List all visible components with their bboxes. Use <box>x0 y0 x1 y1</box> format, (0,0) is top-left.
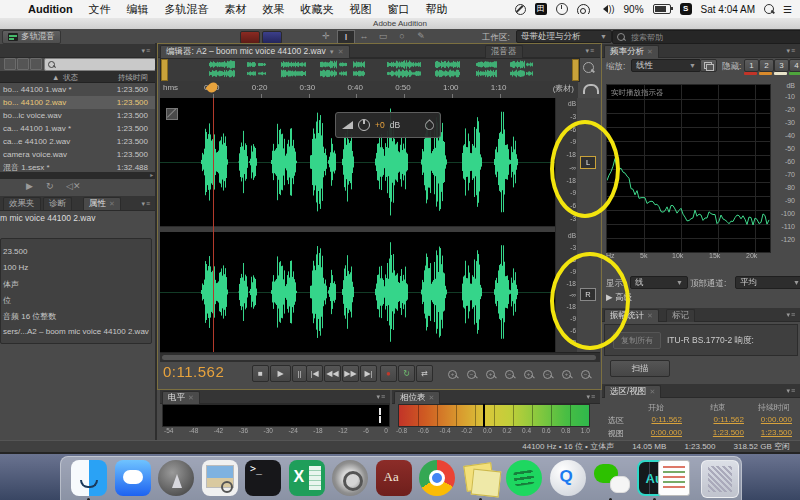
editor-hscrollbar[interactable] <box>160 352 600 362</box>
clip-badge[interactable]: (素材) <box>553 83 574 94</box>
hold-button-4[interactable]: 4 <box>789 59 800 72</box>
file-row[interactable]: camera voice.wav1:23.500 <box>0 148 155 161</box>
time-machine-icon[interactable] <box>556 3 568 15</box>
dock-icon-prefs[interactable] <box>332 460 368 496</box>
preview-play-button[interactable]: ▶ <box>26 181 33 191</box>
zoom-out-time-button[interactable]: − <box>464 368 479 380</box>
delete-file-icon[interactable] <box>30 58 42 70</box>
menu-clock[interactable]: Sat 4:04 AM <box>701 4 755 15</box>
copy-all-button[interactable]: 复制所有 <box>613 332 661 349</box>
help-search-box[interactable] <box>612 30 800 44</box>
panel-divider[interactable] <box>155 43 157 440</box>
panel-menu-icon[interactable]: ▾≡ <box>786 47 796 55</box>
wifi-icon[interactable] <box>577 4 590 14</box>
mute-preview-button[interactable]: ◁✕ <box>66 181 80 191</box>
top-channel-dropdown[interactable]: 平均▼ <box>735 276 800 289</box>
tab-frequency-analysis[interactable]: 频率分析✕ <box>604 45 659 58</box>
record-button[interactable]: ● <box>380 365 397 382</box>
navigator-waveform[interactable] <box>166 59 572 79</box>
tab-editor[interactable]: 编辑器: A2 – boom mic voice 44100 2.wav▼✕ <box>160 45 350 58</box>
volume-icon[interactable]: )) <box>599 4 615 14</box>
left-channel-button[interactable]: L <box>580 156 596 169</box>
panel-menu-icon[interactable]: ▾≡ <box>141 47 151 55</box>
file-row[interactable]: ca... 44100 1.wav *1:23.500 <box>0 122 155 135</box>
go-to-start-button[interactable]: |◀ <box>306 365 323 382</box>
spectral-view-button[interactable] <box>262 31 282 44</box>
dock-icon-chrome[interactable] <box>419 460 455 496</box>
import-file-icon[interactable] <box>17 58 29 70</box>
panel-menu-icon[interactable]: ▾≡ <box>586 393 596 401</box>
selection-value[interactable]: 1:23.500 <box>744 428 792 437</box>
search-input[interactable] <box>629 32 783 43</box>
files-hscrollbar[interactable]: ▸ <box>0 172 155 179</box>
play-button[interactable]: ▶ <box>270 365 291 382</box>
close-icon[interactable]: ✕ <box>109 200 115 208</box>
column-duration[interactable]: 持续时间 <box>118 73 148 83</box>
fade-icon[interactable] <box>342 121 353 129</box>
selection-value[interactable]: 0:00.000 <box>744 415 792 424</box>
multitrack-button[interactable]: 多轨混音 <box>2 30 61 44</box>
dock-icon-stickies[interactable] <box>463 460 499 496</box>
menu-item-编辑[interactable]: 编辑 <box>127 3 149 15</box>
tool-button-2[interactable]: ↔ <box>356 30 372 42</box>
file-row[interactable]: bo... 44100 2.wav1:23.500 <box>0 96 155 109</box>
files-column-header[interactable]: ▲ 状态 持续时间 <box>0 71 155 83</box>
advanced-expander[interactable]: ▶ 高级 <box>606 292 632 304</box>
skip-selection-button[interactable]: ⇄ <box>416 365 433 382</box>
tool-button-4[interactable]: ○ <box>394 30 410 42</box>
zoom-out-amplitude-button[interactable]: − <box>502 368 517 380</box>
app-menu[interactable]: Audition <box>28 3 73 15</box>
menu-item-素材[interactable]: 素材 <box>225 3 247 15</box>
tool-button-0[interactable]: ✛ <box>318 30 334 42</box>
zoom-in-amplitude-button[interactable]: + <box>483 368 498 380</box>
right-channel-button[interactable]: R <box>580 288 596 301</box>
spectrum-canvas[interactable] <box>607 85 770 252</box>
zoom-to-out-point-button[interactable]: − <box>540 368 555 380</box>
tab-效果夹[interactable]: 效果夹 <box>3 197 41 210</box>
scan-button[interactable]: 扫描 <box>610 360 670 377</box>
dock-icon-wechat[interactable] <box>593 460 629 496</box>
selection-value[interactable]: 0:11.562 <box>696 415 744 424</box>
file-row[interactable]: bo...ic voice.wav1:23.500 <box>0 109 155 122</box>
dock-icon-document[interactable] <box>658 460 690 496</box>
menu-item-视图[interactable]: 视图 <box>350 3 372 15</box>
tool-button-3[interactable]: ▭ <box>375 30 391 42</box>
spotlight-search-icon[interactable] <box>764 4 774 14</box>
dock-icon-preview[interactable] <box>202 460 238 496</box>
headphone-monitor-icon[interactable] <box>583 84 599 94</box>
tab-mixer[interactable]: 混音器 <box>485 45 523 58</box>
notification-center-icon[interactable]: ☰ <box>783 4 792 15</box>
spectrum-plot[interactable] <box>606 84 771 253</box>
tool-button-5[interactable]: ✎ <box>413 30 429 42</box>
tab-selection-view[interactable]: 选区/视图✕ <box>604 385 661 398</box>
menu-item-效果[interactable]: 效果 <box>263 3 285 15</box>
panel-menu-icon[interactable]: ▾≡ <box>786 311 796 319</box>
tab-amplitude-statistics[interactable]: 振幅统计✕ <box>604 309 659 322</box>
dock-icon-dict[interactable] <box>376 460 412 496</box>
tab-phase-meter[interactable]: 相位表✕ <box>394 391 440 404</box>
sort-icon[interactable]: ▲ <box>52 73 59 82</box>
dock-icon-terminal[interactable] <box>245 460 281 496</box>
tab-诊断[interactable]: 诊断 <box>43 197 72 210</box>
zoom-navigator[interactable] <box>160 58 580 82</box>
copy-snapshot-button[interactable] <box>700 59 717 72</box>
navigator-zoom-icon[interactable] <box>583 62 594 73</box>
panel-menu-icon[interactable]: ▾≡ <box>585 47 595 55</box>
zoom-to-selection-button[interactable]: + <box>559 368 574 380</box>
fast-forward-button[interactable]: ▶▶ <box>342 365 359 382</box>
zoom-to-in-point-button[interactable]: + <box>521 368 536 380</box>
menu-item-帮助[interactable]: 帮助 <box>426 3 448 15</box>
loop-button[interactable]: ↻ <box>398 365 415 382</box>
workspace-dropdown[interactable]: 母带处理与分析▼ <box>516 30 612 43</box>
rewind-button[interactable]: ◀◀ <box>324 365 341 382</box>
menu-item-多轨混音[interactable]: 多轨混音 <box>165 3 209 15</box>
channel-select-icon[interactable] <box>166 108 178 120</box>
stop-button[interactable]: ■ <box>252 365 269 382</box>
tab-markers[interactable]: 标记 <box>666 309 695 322</box>
time-display[interactable]: 0:11.562 <box>163 363 224 380</box>
navigator-right-handle[interactable] <box>572 59 579 81</box>
open-file-icon[interactable] <box>4 58 16 70</box>
gain-knob-icon[interactable] <box>358 119 370 131</box>
battery-icon[interactable] <box>653 4 671 14</box>
dock-icon-excel[interactable] <box>289 460 325 496</box>
